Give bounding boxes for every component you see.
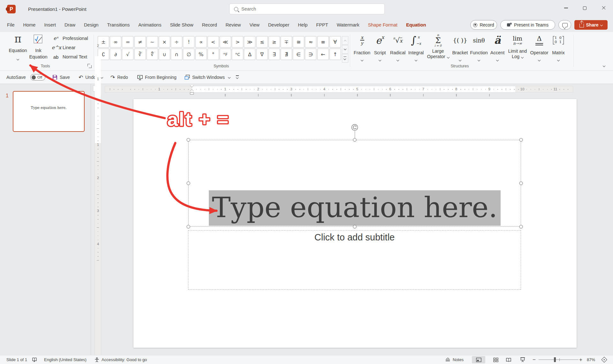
symbol-button-[interactable]: ≪ [220, 36, 231, 48]
equation-dropdown-chevron[interactable] [17, 56, 19, 61]
symbol-button-[interactable]: ≡ [317, 36, 329, 48]
tab-draw[interactable]: Draw [64, 22, 75, 27]
redo-button[interactable]: ↷ Redo [110, 71, 128, 84]
slide-sorter-view-button[interactable] [489, 356, 503, 363]
spell-check-button[interactable] [32, 355, 37, 364]
symbol-button-[interactable]: ≥ [269, 36, 280, 48]
symbol-button-[interactable]: ∂ [110, 49, 121, 60]
professional-button[interactable]: eˣProfessional [52, 34, 93, 42]
symbol-button-[interactable]: ∓ [281, 36, 292, 48]
structure-matrix[interactable]: 1 00 1Matrix [545, 32, 572, 62]
share-button[interactable]: Share [574, 20, 608, 30]
tab-help[interactable]: Help [298, 22, 307, 27]
symbol-button-[interactable]: ÷ [171, 36, 182, 48]
equation-text[interactable]: Type equation here. [188, 191, 521, 224]
symbol-button-[interactable]: ≫ [244, 36, 255, 48]
symbol-button-c[interactable]: °C [232, 49, 243, 60]
symbol-button-[interactable]: × [159, 36, 170, 48]
selection-handle[interactable] [353, 225, 357, 229]
symbol-button-[interactable]: ∄ [281, 49, 292, 60]
symbol-button-[interactable]: < [208, 36, 219, 48]
symbol-button-[interactable]: ∛ [134, 49, 146, 60]
panel-divider[interactable] [91, 84, 91, 355]
symbol-button-[interactable]: ≅ [293, 36, 304, 48]
symbol-button-f[interactable]: °F [220, 49, 231, 60]
indent-marker[interactable] [190, 89, 194, 92]
search-box[interactable] [229, 4, 385, 14]
tab-transitions[interactable]: Transitions [107, 22, 130, 27]
zoom-out-button[interactable]: − [533, 355, 536, 364]
symbols-more-button[interactable] [342, 54, 348, 63]
tab-view[interactable]: View [249, 22, 259, 27]
switch-windows-button[interactable]: Switch Windows [185, 71, 230, 84]
symbol-button-[interactable]: ∇ [256, 49, 268, 60]
symbol-button-[interactable]: ∃ [269, 49, 280, 60]
symbol-button-[interactable]: = [122, 36, 133, 48]
subtitle-placeholder-text[interactable]: Click to add subtitle [188, 232, 521, 243]
symbol-button-[interactable]: ∆ [244, 49, 255, 60]
symbol-button-[interactable]: ± [98, 36, 109, 48]
zoom-slider-track[interactable] [539, 360, 579, 360]
slide-canvas[interactable]: Type equation here. Click to add subtitl… [133, 99, 577, 348]
tab-fppt[interactable]: FPPT [316, 22, 328, 27]
rotate-handle[interactable] [351, 124, 358, 131]
tab-watermark[interactable]: Watermark [337, 22, 359, 27]
symbol-button-[interactable]: ∋ [305, 49, 316, 60]
language-indicator[interactable]: English (United States) [44, 355, 87, 364]
symbol-button-[interactable]: > [232, 36, 243, 48]
symbol-button-[interactable]: ∀ [329, 36, 341, 48]
from-beginning-button[interactable]: From Beginning [137, 71, 177, 84]
selection-handle[interactable] [187, 182, 190, 185]
symbol-button-[interactable]: ∈ [293, 49, 304, 60]
reading-view-button[interactable] [502, 356, 515, 363]
symbol-button-[interactable]: ~ [147, 36, 158, 48]
selection-handle[interactable] [353, 138, 357, 142]
tools-dialog-launcher-icon[interactable] [87, 63, 92, 68]
indent-marker-box[interactable] [190, 92, 194, 95]
tab-design[interactable]: Design [84, 22, 98, 27]
save-button[interactable]: Save [52, 71, 70, 84]
slide-indicator[interactable]: Slide 1 of 1 [6, 355, 27, 364]
record-button[interactable]: Record [470, 20, 497, 30]
symbol-button-[interactable]: ∪ [159, 49, 170, 60]
indent-marker[interactable] [190, 85, 194, 87]
normal-text-button[interactable]: abNormal Text [52, 53, 93, 61]
tab-developer[interactable]: Developer [268, 22, 290, 27]
tab-equation[interactable]: Equation [406, 22, 426, 27]
comments-button[interactable] [558, 20, 571, 30]
tab-record[interactable]: Record [202, 22, 217, 27]
fit-slide-to-window-icon[interactable] [601, 357, 607, 362]
normal-view-button[interactable] [472, 356, 485, 363]
structure-chevron[interactable] [545, 57, 572, 62]
symbol-button-[interactable]: ≠ [134, 36, 146, 48]
selection-handle[interactable] [187, 225, 190, 229]
tab-home[interactable]: Home [23, 22, 36, 27]
selection-handle[interactable] [519, 182, 523, 185]
notes-button[interactable]: Notes [445, 355, 464, 364]
collapse-ribbon-button[interactable] [601, 63, 607, 69]
slide-thumbnail[interactable]: Type equation here. [13, 91, 85, 132]
minimize-button[interactable] [558, 0, 573, 16]
symbol-button-[interactable]: ∜ [147, 49, 158, 60]
slideshow-view-button[interactable] [516, 356, 529, 363]
zoom-in-button[interactable]: + [579, 355, 582, 364]
symbol-button-[interactable]: ∝ [195, 36, 207, 48]
symbol-button-[interactable]: ≤ [256, 36, 268, 48]
autosave-toggle[interactable]: Off [30, 74, 45, 80]
tab-slide-show[interactable]: Slide Show [170, 22, 193, 27]
selection-handle[interactable] [519, 138, 523, 142]
symbol-button-[interactable]: % [195, 49, 207, 60]
selection-handle[interactable] [187, 138, 190, 142]
symbol-button-[interactable]: ° [208, 49, 219, 60]
symbol-button-[interactable]: ∞ [110, 36, 121, 48]
symbols-scroll-up-button[interactable] [342, 36, 348, 45]
close-button[interactable] [596, 0, 611, 16]
search-input[interactable] [241, 6, 363, 11]
powerpoint-app-icon[interactable]: P [7, 5, 16, 13]
symbol-button-[interactable]: ← [317, 49, 329, 60]
symbol-button-[interactable]: ! [183, 36, 194, 48]
customize-toolbar-button[interactable] [236, 71, 239, 84]
symbol-button-[interactable]: √ [122, 49, 133, 60]
zoom-percentage[interactable]: 87% [587, 355, 595, 364]
tab-review[interactable]: Review [226, 22, 241, 27]
